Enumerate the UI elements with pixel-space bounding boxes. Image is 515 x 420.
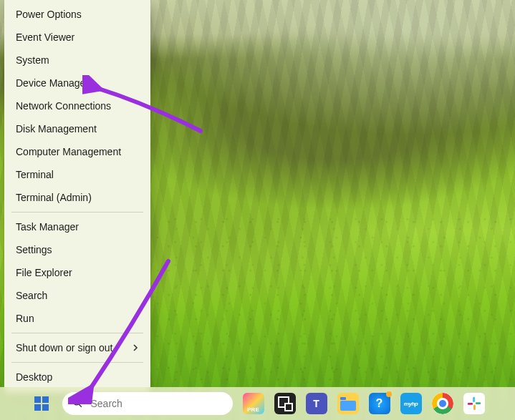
notification-dot-icon (386, 391, 392, 397)
svg-line-1 (79, 404, 82, 407)
chrome-icon[interactable] (432, 393, 453, 414)
myhp-icon[interactable] (400, 393, 422, 414)
winx-item-power-options[interactable]: Power Options (4, 3, 150, 26)
winx-item-label: Computer Management (16, 146, 121, 157)
winx-item-event-viewer[interactable]: Event Viewer (4, 26, 150, 49)
taskbar-search[interactable] (62, 392, 233, 415)
svg-rect-4 (473, 405, 476, 410)
winx-item-label: Disk Management (16, 123, 97, 135)
task-view-icon[interactable] (274, 393, 296, 414)
slack-icon[interactable] (463, 393, 485, 414)
winx-context-menu: Power OptionsEvent ViewerSystemDevice Ma… (4, 0, 150, 393)
winx-item-label: Event Viewer (16, 31, 74, 43)
menu-separator (11, 333, 143, 333)
winx-item-label: Terminal (Admin) (16, 192, 92, 203)
winx-item-desktop[interactable]: Desktop (4, 366, 150, 389)
winx-item-label: Search (16, 290, 47, 301)
taskbar (0, 387, 515, 420)
search-icon (72, 398, 82, 410)
start-button[interactable] (31, 393, 52, 414)
winx-item-system[interactable]: System (4, 49, 150, 72)
winx-item-label: Power Options (16, 9, 82, 20)
winx-item-label: Desktop (16, 371, 52, 383)
winx-item-terminal[interactable]: Terminal (4, 163, 150, 186)
winx-item-device-manager[interactable]: Device Manager (4, 72, 150, 94)
winx-item-terminal-admin[interactable]: Terminal (Admin) (4, 186, 150, 209)
teams-icon[interactable] (306, 393, 327, 414)
search-input[interactable] (90, 397, 223, 410)
windows-logo-icon (34, 396, 49, 411)
menu-separator (11, 362, 143, 363)
insider-preview-icon[interactable] (243, 393, 264, 414)
svg-point-0 (73, 399, 79, 404)
winx-item-disk-management[interactable]: Disk Management (4, 117, 150, 140)
winx-item-settings[interactable]: Settings (4, 238, 150, 261)
winx-item-label: Network Connections (16, 100, 111, 112)
chrome-logo-icon (432, 393, 453, 414)
winx-item-label: Settings (16, 244, 52, 255)
winx-item-label: Run (16, 313, 34, 324)
winx-item-label: Shut down or sign out (16, 342, 112, 353)
winx-item-label: File Explorer (16, 267, 72, 278)
winx-item-run[interactable]: Run (4, 307, 150, 330)
winx-item-label: System (16, 54, 49, 66)
winx-item-label: Device Manager (16, 77, 89, 89)
tips-icon[interactable] (369, 393, 390, 414)
svg-rect-5 (467, 403, 472, 405)
winx-item-label: Task Manager (16, 221, 79, 233)
chevron-right-icon (132, 344, 139, 351)
winx-item-file-explorer[interactable]: File Explorer (4, 261, 150, 284)
winx-item-label: Terminal (16, 169, 54, 180)
winx-item-network-connections[interactable]: Network Connections (4, 94, 150, 117)
winx-item-task-manager[interactable]: Task Manager (4, 215, 150, 238)
winx-item-shut-down-or-sign-out[interactable]: Shut down or sign out (4, 336, 150, 359)
svg-rect-3 (475, 402, 480, 404)
slack-logo-icon (466, 396, 482, 411)
svg-rect-2 (473, 397, 475, 402)
winx-item-computer-management[interactable]: Computer Management (4, 140, 150, 163)
menu-separator (11, 212, 143, 213)
winx-item-search[interactable]: Search (4, 284, 150, 307)
file-explorer-icon[interactable] (337, 393, 359, 414)
